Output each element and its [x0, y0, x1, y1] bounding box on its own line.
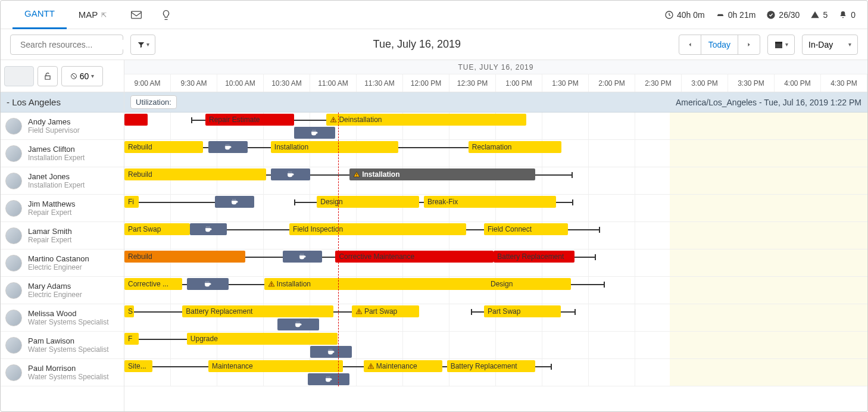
- task-block[interactable]: S: [124, 305, 134, 317]
- task-block[interactable]: [124, 114, 148, 126]
- break-block[interactable]: [215, 196, 254, 208]
- resource-role: Repair Expert: [28, 208, 75, 217]
- zoom-select[interactable]: 60 ▾: [61, 66, 103, 86]
- break-block[interactable]: [187, 278, 229, 290]
- tab-gantt[interactable]: GANTT: [13, 1, 67, 29]
- resource-row[interactable]: James CliftonInstallation Expert: [1, 140, 124, 167]
- avatar: [5, 337, 22, 354]
- task-block[interactable]: Deinstallation: [326, 114, 526, 126]
- break-block[interactable]: [277, 319, 319, 330]
- car-icon: [716, 10, 725, 20]
- view-select-label: In-Day: [808, 40, 833, 49]
- search-input[interactable]: [20, 40, 124, 49]
- resource-row[interactable]: Martino CastanonElectric Engineer: [1, 249, 124, 277]
- resource-row[interactable]: Andy JamesField Supervisor: [1, 113, 124, 140]
- resource-role: Water Systems Specialist: [28, 318, 109, 326]
- warning-icon: [810, 10, 820, 20]
- task-block[interactable]: Repair Estimate: [205, 114, 294, 126]
- toolbar: ▾ Tue, July 16, 2019 Today ▾ In-Day ▾: [1, 29, 867, 60]
- resource-row[interactable]: Jim MatthewsRepair Expert: [1, 195, 124, 222]
- tab-map[interactable]: MAP ⇱: [67, 1, 119, 29]
- location-bar[interactable]: - Los Angeles: [1, 92, 124, 113]
- task-label: Upgrade: [191, 335, 218, 343]
- resource-row[interactable]: Melissa WoodWater Systems Specialist: [1, 304, 124, 332]
- calendar-button[interactable]: ▾: [767, 35, 795, 55]
- task-block[interactable]: F: [124, 333, 139, 345]
- task-label: Design: [491, 280, 513, 288]
- resource-role: Installation Expert: [28, 181, 85, 189]
- task-label: Installation: [362, 170, 399, 179]
- task-label: Field Connect: [488, 225, 532, 233]
- task-block[interactable]: Part Swap: [484, 305, 561, 317]
- task-block[interactable]: Break-Fix: [424, 196, 556, 208]
- resource-row[interactable]: Paul MorrisonWater Systems Specialist: [1, 359, 124, 386]
- task-block[interactable]: Installation: [271, 141, 399, 153]
- task-block[interactable]: Corrective ...: [124, 278, 182, 290]
- task-block[interactable]: Field Inspection: [289, 223, 466, 235]
- break-block[interactable]: [283, 251, 322, 263]
- hint-icon[interactable]: [160, 9, 172, 21]
- next-button[interactable]: [738, 35, 760, 54]
- coffee-icon: [204, 280, 212, 288]
- task-block[interactable]: Part Swap: [352, 305, 420, 317]
- prev-button[interactable]: [679, 35, 701, 54]
- travel-segment: [533, 174, 572, 176]
- break-block[interactable]: [271, 168, 310, 180]
- task-block[interactable]: Fi: [124, 196, 139, 208]
- task-block[interactable]: Rebuild: [124, 168, 266, 180]
- gantt-row: FiDesignBreak-Fix: [124, 195, 867, 222]
- chevron-right-icon: [745, 41, 753, 48]
- travel-segment: [149, 366, 217, 367]
- resource-row[interactable]: Pam LawisonWater Systems Specialist: [1, 332, 124, 359]
- search-box[interactable]: [10, 35, 123, 55]
- stat-bell-value: 0: [851, 10, 855, 20]
- task-block[interactable]: Battery Replacement: [182, 305, 333, 317]
- time-slot: 4:30 PM: [821, 74, 867, 92]
- task-block[interactable]: Part Swap: [124, 223, 190, 235]
- task-block[interactable]: Rebuild: [124, 141, 203, 153]
- today-button[interactable]: Today: [701, 35, 738, 54]
- coffee-icon: [224, 143, 232, 151]
- resource-name: Andy James: [28, 117, 80, 126]
- task-block[interactable]: Battery Replacement: [494, 251, 574, 263]
- task-block[interactable]: Reclamation: [469, 141, 561, 153]
- time-slot: 11:30 AM: [357, 74, 403, 92]
- coffee-icon: [204, 225, 213, 233]
- resource-name: Pam Lawison: [28, 336, 109, 345]
- filter-button[interactable]: ▾: [130, 35, 155, 55]
- svg-rect-10: [357, 176, 357, 176]
- resource-row[interactable]: Lamar SmithRepair Expert: [1, 222, 124, 249]
- view-select[interactable]: In-Day ▾: [802, 35, 858, 55]
- task-block[interactable]: Maintenance: [364, 360, 442, 372]
- task-block[interactable]: Installation: [264, 278, 489, 290]
- chevron-down-icon: ▾: [785, 41, 788, 48]
- break-block[interactable]: [294, 127, 336, 139]
- break-block[interactable]: [310, 346, 352, 358]
- blank-control[interactable]: [4, 66, 34, 86]
- task-block[interactable]: Design: [317, 196, 419, 208]
- gantt-row: FUpgrade: [124, 332, 867, 359]
- coffee-icon: [286, 170, 295, 179]
- task-block[interactable]: Rebuild: [124, 251, 245, 263]
- coffee-icon: [310, 129, 319, 137]
- break-block[interactable]: [190, 223, 227, 235]
- task-block[interactable]: Design: [487, 278, 571, 290]
- task-block[interactable]: Battery Replacement: [447, 360, 536, 372]
- resource-row[interactable]: Janet JonesInstallation Expert: [1, 167, 124, 195]
- lock-button[interactable]: [38, 66, 58, 86]
- break-block[interactable]: [208, 141, 248, 153]
- utilization-chip[interactable]: Utilization:: [130, 95, 177, 109]
- break-block[interactable]: [308, 373, 349, 385]
- task-label: Reclamation: [472, 143, 512, 151]
- svg-rect-12: [271, 285, 271, 286]
- mail-icon[interactable]: [130, 9, 142, 21]
- resource-row[interactable]: Mary AdamsElectric Engineer: [1, 277, 124, 304]
- task-label: Corrective ...: [128, 280, 168, 288]
- task-block[interactable]: Corrective Maintenance: [335, 251, 494, 263]
- task-block[interactable]: Upgrade: [187, 333, 338, 345]
- task-block[interactable]: Maintenance: [208, 360, 343, 372]
- task-block[interactable]: Site...: [124, 360, 152, 372]
- task-label: Rebuild: [128, 252, 152, 261]
- task-block[interactable]: Installation: [349, 168, 535, 180]
- task-block[interactable]: Field Connect: [484, 223, 568, 235]
